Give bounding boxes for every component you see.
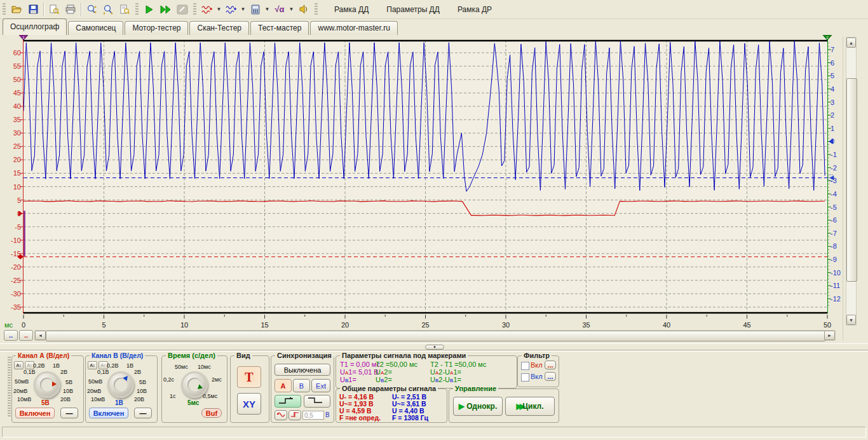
channel-a-collapse-button[interactable]: — (60, 408, 78, 418)
sine-trigger-icon (276, 411, 285, 418)
control-panel: Канал А (В/дел) A↕ A↕ 0,2В 1В 0,1В 2В 50… (0, 351, 868, 424)
tab-website[interactable]: www.motor-master.ru (310, 21, 397, 35)
menu-parametry-dd[interactable]: Параметры ДД (386, 5, 440, 14)
knob-label: 0,1В (24, 369, 36, 375)
play-icon: ▶ (459, 402, 467, 411)
menu-ramka-dd[interactable]: Рамка ДД (334, 5, 369, 14)
left-axis-tick-label: 10 (0, 182, 21, 191)
print-button[interactable] (62, 2, 79, 17)
channel-a-volts-knob[interactable] (34, 371, 60, 398)
zoom-page-button[interactable] (116, 2, 133, 17)
time-axis-tick-label: 50 (818, 321, 837, 329)
toolbar-grip (3, 3, 6, 16)
open-button[interactable] (8, 2, 25, 17)
signal-b-button[interactable] (223, 2, 240, 17)
sound-button[interactable] (295, 2, 312, 17)
right-axis-tick-label: 5 (831, 71, 847, 80)
print-preview-button[interactable] (46, 2, 62, 17)
sync-falling-edge-button[interactable] (304, 395, 330, 408)
horizontal-scrollbar[interactable]: ◄ ► (34, 330, 836, 341)
right-axis-tick-label: -1 (831, 150, 847, 159)
scroll-up-button[interactable]: ▲ (846, 38, 856, 48)
tab-test-master[interactable]: Тест-мастер (250, 21, 309, 35)
save-button[interactable] (25, 2, 41, 17)
scroll-right-button[interactable]: ► (824, 331, 835, 340)
sqrt-alpha-button[interactable]: √α (271, 2, 288, 17)
channel-b-collapse-button[interactable]: — (134, 408, 152, 418)
sync-off-button[interactable]: Выключена (275, 364, 330, 376)
sync-level-input[interactable] (302, 411, 324, 420)
view-xy-button[interactable]: XY (237, 393, 261, 415)
left-axis-tick-label: 50 (0, 75, 21, 84)
horizontal-scroll-thumb[interactable] (46, 331, 825, 341)
red-cursor-button[interactable]: .. (19, 330, 33, 341)
filter-b-checkbox[interactable] (521, 373, 529, 382)
signal-b-dropdown[interactable]: ▼ (240, 2, 247, 17)
single-run-button[interactable]: ▶ Однокр. (453, 397, 503, 416)
sqrt-alpha-dropdown[interactable]: ▼ (288, 2, 295, 17)
knob-label: 10В (137, 388, 147, 394)
zoom-vertical-icon (86, 4, 97, 15)
scroll-left-button[interactable]: ◄ (35, 331, 46, 340)
waveform-canvas[interactable]: 12 (16, 35, 836, 327)
filter-b-more-button[interactable]: ... (545, 372, 556, 381)
channel-b-volts-knob[interactable] (107, 371, 134, 398)
menu-ramka-dr[interactable]: Рамка ДР (458, 5, 492, 14)
time-axis-tick-label: 10 (175, 321, 194, 329)
motor-master-window: ▼ ▼ ▼ √α ▼ Рамка ДД Параметры ДД Рамка Д… (0, 0, 868, 440)
scroll-down-button[interactable]: ▼ (846, 315, 856, 325)
channel-b-autoscale-button[interactable]: A↕ (88, 361, 97, 369)
channel-a-power-button[interactable]: Включен (15, 408, 55, 418)
tab-scan-tester[interactable]: Скан-Тестер (189, 21, 249, 35)
sync-wave-mode-button[interactable] (275, 410, 287, 420)
time-axis-tick-label: 35 (577, 321, 596, 329)
timebase-knob[interactable] (181, 371, 208, 398)
start-button[interactable] (141, 2, 158, 17)
tab-motor-tester[interactable]: Мотор-тестер (125, 21, 188, 35)
tab-oscillograph[interactable]: Осциллограф (3, 18, 67, 35)
timebase-title: Время (с/дел) (166, 352, 217, 359)
channel-b-power-button[interactable]: Включен (89, 408, 128, 418)
control-group: Управление ▶ Однокр. ▶▶ Цикл. (449, 388, 559, 423)
sync-rising-edge-button[interactable] (275, 395, 301, 408)
knob-label: 50мс (175, 364, 188, 370)
sync-level-mode-button[interactable] (288, 410, 301, 420)
collapse-panel-button[interactable]: ▼ (425, 345, 444, 350)
sync-source-ext-button[interactable]: Ext (311, 379, 330, 392)
left-axis-tick-label: -35 (0, 303, 21, 312)
channel-a-autoscale-button[interactable]: A↕ (14, 361, 24, 369)
vertical-scroll-thumb[interactable] (846, 78, 857, 282)
calculator-button[interactable] (247, 2, 264, 17)
calculator-dropdown[interactable]: ▼ (264, 2, 271, 17)
splitter-bar[interactable]: ▼ (0, 343, 868, 350)
ua1-value: UA1= 5,01 В (340, 368, 379, 376)
signal-a-dropdown[interactable]: ▼ (215, 2, 223, 17)
right-axis-tick-label: 3 (831, 98, 847, 107)
cycle-start-button[interactable] (158, 2, 174, 17)
right-axis-tick-label: 1 (831, 124, 847, 133)
filter-a-checkbox[interactable] (521, 362, 529, 370)
toolbar-grip (193, 3, 196, 16)
view-time-button[interactable]: T (237, 366, 261, 388)
zoom-vertical-button[interactable] (83, 2, 100, 17)
sync-source-b-button[interactable]: В (293, 379, 310, 392)
tab-recorder[interactable]: Самописец (68, 21, 123, 35)
filter-a-more-button[interactable]: ... (545, 361, 556, 369)
signal-a-button[interactable] (199, 2, 215, 17)
sync-source-a-button[interactable]: А (275, 379, 292, 392)
zoom-horizontal-button[interactable] (100, 2, 116, 17)
buffer-button[interactable]: Buf (201, 408, 222, 418)
knob-label: 1с (170, 393, 176, 399)
chevron-down-icon: ▼ (265, 6, 270, 12)
signal-a-icon (201, 4, 213, 15)
toolbar-menu: Рамка ДД Параметры ДД Рамка ДР (334, 5, 492, 14)
vertical-scrollbar[interactable]: ▲ ▼ (846, 37, 857, 326)
cycle-run-button[interactable]: ▶▶ Цикл. (505, 397, 555, 416)
channel-a-selected-scale: 5В (41, 399, 50, 406)
status-bar-panel (2, 427, 866, 437)
channel-a-freq-value: F =не опред. (339, 414, 381, 422)
blue-cursor-button[interactable]: .. (4, 330, 18, 341)
save-icon (29, 4, 38, 14)
left-axis-tick-label: 15 (0, 168, 21, 177)
stop-button[interactable] (174, 2, 191, 17)
